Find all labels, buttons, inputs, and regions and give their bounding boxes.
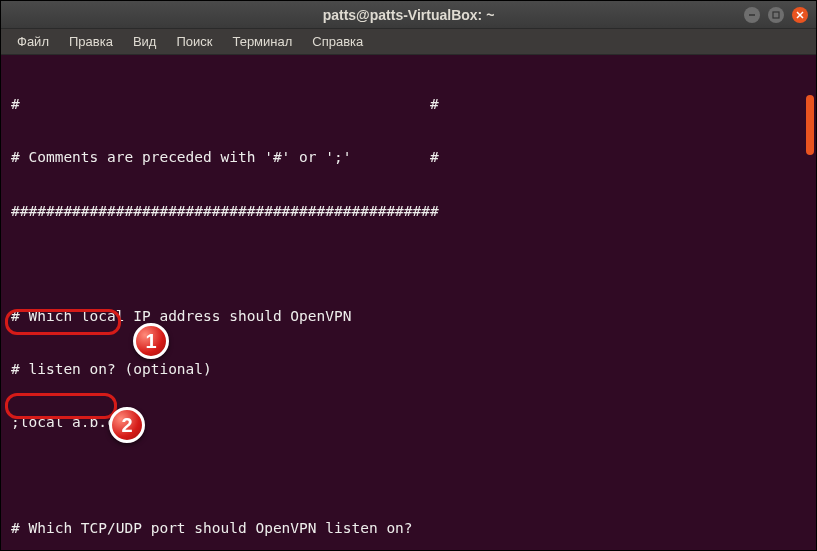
- window-controls: [744, 7, 808, 23]
- terminal-line: # #: [11, 96, 806, 114]
- maximize-button[interactable]: [768, 7, 784, 23]
- terminal-line: ########################################…: [11, 203, 806, 221]
- svg-rect-1: [773, 12, 779, 18]
- terminal-line: # Which local IP address should OpenVPN: [11, 308, 806, 326]
- menu-search[interactable]: Поиск: [168, 31, 220, 52]
- menu-edit[interactable]: Правка: [61, 31, 121, 52]
- titlebar: patts@patts-VirtualBox: ~: [1, 1, 816, 29]
- terminal-line: # Which TCP/UDP port should OpenVPN list…: [11, 520, 806, 538]
- terminal-line: # listen on? (optional): [11, 361, 806, 379]
- terminal-content[interactable]: # # # Comments are preceded with '#' or …: [1, 55, 816, 550]
- scrollbar-thumb[interactable]: [806, 95, 814, 155]
- minimize-button[interactable]: [744, 7, 760, 23]
- menu-help[interactable]: Справка: [304, 31, 371, 52]
- annotation-badge-1: 1: [133, 323, 169, 359]
- menu-view[interactable]: Вид: [125, 31, 165, 52]
- window-title: patts@patts-VirtualBox: ~: [323, 7, 495, 23]
- menubar: Файл Правка Вид Поиск Терминал Справка: [1, 29, 816, 55]
- annotation-badge-2: 2: [109, 407, 145, 443]
- highlight-proto: [5, 393, 117, 419]
- terminal-line: [11, 256, 806, 273]
- highlight-port: [5, 309, 121, 335]
- terminal-line: [11, 467, 806, 484]
- terminal-window: patts@patts-VirtualBox: ~ Файл Правка Ви…: [0, 0, 817, 551]
- menu-file[interactable]: Файл: [9, 31, 57, 52]
- menu-terminal[interactable]: Терминал: [224, 31, 300, 52]
- close-button[interactable]: [792, 7, 808, 23]
- terminal-line: # Comments are preceded with '#' or ';' …: [11, 149, 806, 167]
